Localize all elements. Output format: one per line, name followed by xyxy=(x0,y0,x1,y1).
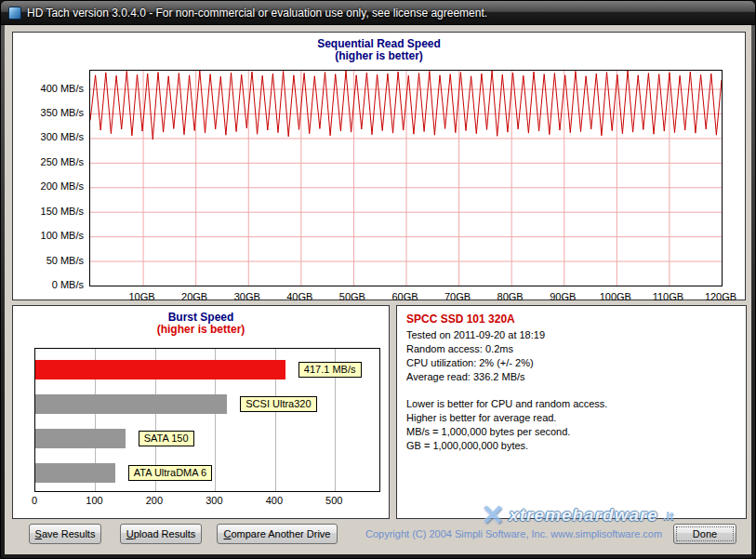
seq-y-tick-label: 100 MB/s xyxy=(41,230,84,241)
seq-x-tick-label: 90GB xyxy=(540,291,585,302)
burst-bar-label: 417.1 MB/s xyxy=(298,362,362,378)
burst-x-axis-labels: 0100200300400500 xyxy=(34,495,380,508)
burst-bar xyxy=(35,360,285,379)
burst-plot-area: 417.1 MB/sSCSI Ultra320SATA 150ATA Ultra… xyxy=(34,348,380,492)
upload-results-button[interactable]: Upload Results xyxy=(120,524,202,544)
done-button[interactable]: Done xyxy=(673,524,736,544)
save-results-accel: S xyxy=(35,528,42,539)
results-stat-line: Random access: 0.2ms xyxy=(406,342,736,356)
client-area: Sequential Read Speed (higher is better)… xyxy=(5,25,751,554)
burst-x-tick-label: 100 xyxy=(75,495,113,506)
burst-x-tick-label: 300 xyxy=(195,495,232,506)
hdtach-window: HD Tach version 3.0.4.0 - For non-commer… xyxy=(0,0,756,559)
burst-bar xyxy=(35,429,126,448)
seq-x-tick-label: 20GB xyxy=(172,291,217,302)
results-note-line: Higher is better for average read. xyxy=(406,411,736,425)
seq-x-tick-label: 70GB xyxy=(435,291,480,302)
save-results-button[interactable]: Save Results xyxy=(29,524,101,544)
results-note-line: Lower is better for CPU and random acces… xyxy=(406,397,736,411)
titlebar[interactable]: HD Tach version 3.0.4.0 - For non-commer… xyxy=(1,1,755,25)
burst-bar xyxy=(35,463,115,483)
burst-x-tick-label: 500 xyxy=(315,495,352,506)
seq-y-tick-label: 350 MB/s xyxy=(41,107,84,118)
seq-x-tick-label: 50GB xyxy=(330,291,375,302)
seq-x-tick-label: 30GB xyxy=(225,291,270,302)
app-icon xyxy=(8,7,21,20)
drive-name: SPCC SSD 101 320A xyxy=(406,313,736,326)
copyright-text: Copyright (C) 2004 Simpli Software, Inc.… xyxy=(365,528,662,539)
seq-x-tick-label: 80GB xyxy=(488,291,533,302)
results-note-line: MB/s = 1,000,000 bytes per second. xyxy=(406,425,736,439)
seq-y-tick-label: 0 MB/s xyxy=(52,279,84,290)
burst-chart-subtitle: (higher is better) xyxy=(13,324,389,336)
seq-y-tick-label: 50 MB/s xyxy=(46,255,84,266)
seq-x-tick-label: 100GB xyxy=(593,291,638,302)
upload-results-accel: U xyxy=(126,528,134,539)
seq-x-tick-label: 60GB xyxy=(383,291,428,302)
burst-x-tick-label: 400 xyxy=(256,495,293,506)
seq-x-tick-label: 120GB xyxy=(698,291,743,302)
results-panel: SPCC SSD 101 320A Tested on 2011-09-20 a… xyxy=(396,305,747,519)
window-title: HD Tach version 3.0.4.0 - For non-commer… xyxy=(27,7,487,20)
seq-y-tick-label: 150 MB/s xyxy=(41,206,84,217)
seq-y-axis-labels: 0 MB/s50 MB/s100 MB/s150 MB/s200 MB/s250… xyxy=(13,70,84,286)
compare-label: ompare Another Drive xyxy=(231,528,330,539)
burst-bar-label: SCSI Ultra320 xyxy=(240,396,316,412)
seq-y-tick-label: 200 MB/s xyxy=(41,180,84,192)
sequential-read-panel: Sequential Read Speed (higher is better)… xyxy=(12,32,746,300)
burst-x-tick-label: 200 xyxy=(136,495,173,506)
seq-y-tick-label: 300 MB/s xyxy=(41,131,84,142)
burst-x-tick-label: 0 xyxy=(16,495,53,506)
upload-results-label: pload Results xyxy=(134,528,196,539)
seq-plot-area xyxy=(89,70,723,286)
results-stat-line: CPU utilization: 2% (+/- 2%) xyxy=(406,356,736,370)
seq-y-tick-label: 250 MB/s xyxy=(41,156,84,167)
seq-x-tick-label: 40GB xyxy=(277,291,322,302)
burst-bar-label: ATA UltraDMA 6 xyxy=(128,465,212,481)
results-stats: Tested on 2011-09-20 at 18:19Random acce… xyxy=(406,328,736,384)
burst-bar-label: SATA 150 xyxy=(139,431,194,446)
seq-x-tick-label: 10GB xyxy=(120,291,165,302)
seq-chart-subtitle: (higher is better) xyxy=(13,50,745,62)
results-stat-line: Tested on 2011-09-20 at 18:19 xyxy=(406,328,736,342)
burst-speed-panel: Burst Speed (higher is better) 417.1 MB/… xyxy=(12,305,390,519)
compare-another-drive-button[interactable]: Compare Another Drive xyxy=(217,524,338,544)
burst-bar xyxy=(35,394,227,414)
compare-accel: C xyxy=(224,528,232,539)
results-stat-line: Average read: 336.2 MB/s xyxy=(406,370,736,384)
results-notes: Lower is better for CPU and random acces… xyxy=(406,397,736,453)
seq-x-tick-label: 110GB xyxy=(645,291,690,302)
seq-x-axis-labels: 10GB20GB30GB40GB50GB60GB70GB80GB90GB100G… xyxy=(89,291,723,304)
seq-y-tick-label: 400 MB/s xyxy=(41,83,84,94)
results-note-line: GB = 1,000,000,000 bytes. xyxy=(406,439,736,453)
save-results-label: ave Results xyxy=(42,528,95,539)
